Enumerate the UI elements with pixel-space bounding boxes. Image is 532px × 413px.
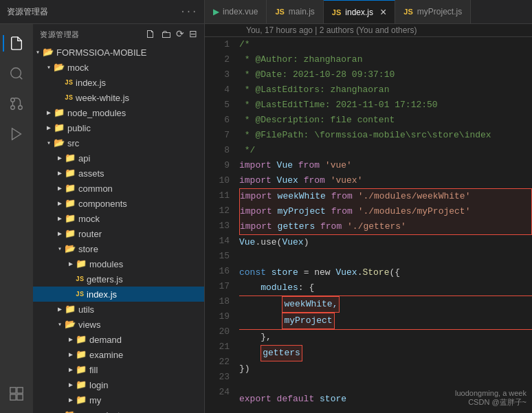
tree-icon-folder: 📁 [65, 228, 76, 239]
tree-item[interactable]: ▶📁api [33, 150, 204, 166]
tree-item-name: assets [78, 168, 104, 179]
tree-icon-folder: 📂 [65, 319, 76, 330]
tree-item[interactable]: JSindex.js [33, 75, 204, 90]
code-line: * @Description: file content [239, 113, 395, 128]
tree-item[interactable]: ▾📂src [33, 135, 204, 150]
code-line: getters [239, 345, 302, 361]
tree-item[interactable]: ▾📂mock [33, 60, 204, 75]
line-number: 4 [205, 82, 230, 98]
activity-extensions-icon[interactable] [3, 380, 30, 408]
tree-icon-folder: 📂 [54, 62, 65, 73]
tree-item[interactable]: ▾📂views [33, 317, 204, 332]
line-number: 9 [205, 158, 230, 173]
tree-icon-folder: 📂 [43, 47, 54, 58]
code-line: import Vuex from 'vuex' [239, 173, 362, 188]
code-line-wrapper: const store = new Vuex.Store({ [239, 265, 532, 280]
line-number: 3 [205, 67, 230, 82]
tree-item[interactable]: JSweek-white.js [33, 90, 204, 105]
tree-icon-folder: 📁 [76, 258, 87, 269]
code-line: * @LastEditors: zhanghaoran [239, 82, 389, 98]
line-number: 22 [205, 355, 230, 370]
sidebar-header: 资源管理器 🗋 🗀 ⟳ ⊟ [33, 24, 204, 45]
tab-tab-index-js[interactable]: JSindex.js× [324, 0, 396, 23]
tree-icon-folder: 📁 [76, 334, 87, 345]
tab-tab-myproject-js[interactable]: JSmyProject.js [395, 0, 471, 23]
tree-item-name: mock [78, 214, 100, 224]
tree-item[interactable]: ▶📁utils [33, 302, 204, 317]
tab-index-js-close[interactable]: × [380, 6, 386, 19]
code-line-wrapper [239, 250, 532, 265]
editor-area: You, 17 hours ago | 2 authors (You and o… [205, 24, 532, 413]
tree-item[interactable]: ▶📁mock [33, 211, 204, 226]
line-number: 12 [205, 203, 230, 219]
tab-tab-index-vue[interactable]: ▶index.vue [205, 0, 267, 23]
watermark-sub: luodongming, a week [455, 389, 527, 397]
tab-main-js-icon: JS [275, 8, 284, 16]
tab-tab-main-js[interactable]: JSmain.js [267, 0, 323, 23]
new-file-icon[interactable]: 🗋 [145, 28, 157, 41]
tree-item[interactable]: JSgetters.js [33, 271, 204, 287]
sidebar-header-title: 资源管理器 [40, 30, 80, 40]
activity-files-icon[interactable] [3, 30, 30, 57]
tree-item[interactable]: ▶📁components [33, 196, 204, 211]
tree-item[interactable]: ▾📂my-project [33, 408, 204, 413]
refresh-icon[interactable]: ⟳ [176, 28, 185, 41]
tree-item[interactable]: ▾📂FORMSSIOA-MOBILE [33, 45, 204, 60]
tree-icon-folder: 📁 [76, 394, 87, 405]
tree-item-name: src [67, 138, 79, 148]
code-line-wrapper: modules: { [239, 280, 532, 295]
tree-item[interactable]: ▶📁modules [33, 256, 204, 271]
line-number: 13 [205, 219, 230, 234]
code-line-wrapper: import Vuex from 'vuex' [239, 173, 532, 188]
code-line: * @Date: 2021-10-28 09:37:10 [239, 67, 395, 82]
svg-point-3 [11, 98, 15, 102]
code-lines[interactable]: /* * @Author: zhanghaoran * @Date: 2021-… [234, 37, 532, 413]
tree-icon-folder: 📁 [65, 153, 76, 164]
collapse-icon[interactable]: ⊟ [189, 28, 198, 41]
new-folder-icon[interactable]: 🗀 [161, 28, 173, 41]
tree-icon-js: JS [76, 276, 84, 283]
tree-chevron: ▶ [44, 109, 54, 117]
line-number: 24 [205, 385, 230, 400]
tree-chevron: ▶ [66, 381, 76, 389]
tree-item[interactable]: ▾📂store [33, 241, 204, 256]
tree-item[interactable]: ▶📁my [33, 392, 204, 408]
tree-item-name: public [67, 123, 91, 133]
code-line-wrapper: weekWhite, [239, 295, 532, 313]
title-bar: 资源管理器 ··· ▶index.vueJSmain.jsJSindex.js×… [0, 0, 532, 24]
activity-search-icon[interactable] [3, 60, 30, 87]
tree-item[interactable]: ▶📁public [33, 120, 204, 135]
tree-icon-js: JS [65, 79, 73, 87]
line-number: 23 [205, 370, 230, 385]
watermark-text: CSDN @蓝胖子~ [468, 398, 527, 406]
tree-item-name: login [89, 380, 108, 390]
code-line-wrapper: */ [239, 143, 532, 158]
code-line: export default store [239, 392, 346, 407]
tree-chevron: ▾ [55, 320, 65, 328]
code-line-wrapper: * @Description: file content [239, 113, 532, 128]
code-line-wrapper: * @LastEditTime: 2021-11-01 17:12:50 [239, 98, 532, 113]
tree-chevron: ▶ [66, 350, 76, 359]
code-line: const store = new Vuex.Store({ [239, 265, 400, 280]
activity-debug-icon[interactable] [3, 120, 30, 148]
tree-item[interactable]: JSindex.js [33, 287, 204, 302]
tree-item[interactable]: ▶📁demand [33, 332, 204, 347]
code-line: myProject [239, 313, 335, 329]
code-line-wrapper: import myProject from './modules/myProje… [239, 204, 532, 219]
tab-index-js-icon: JS [332, 8, 341, 16]
tree-chevron: ▶ [44, 124, 54, 132]
tree-item[interactable]: ▶📁router [33, 226, 204, 241]
line-number: 1 [205, 37, 230, 52]
tree-item[interactable]: ▶📁node_modules [33, 105, 204, 120]
tree-item[interactable]: ▶📁assets [33, 166, 204, 181]
tree-item-name: week-white.js [76, 93, 129, 103]
line-number: 2 [205, 52, 230, 67]
tree-item[interactable]: ▶📁login [33, 377, 204, 392]
title-dots[interactable]: ··· [180, 6, 197, 17]
tree-icon-folder: 📁 [76, 349, 87, 360]
tree-item[interactable]: ▶📁fill [33, 362, 204, 377]
tree-item[interactable]: ▶📁common [33, 181, 204, 196]
tree-chevron: ▾ [44, 63, 54, 71]
activity-git-icon[interactable] [3, 90, 30, 118]
tree-item[interactable]: ▶📁examine [33, 347, 204, 362]
